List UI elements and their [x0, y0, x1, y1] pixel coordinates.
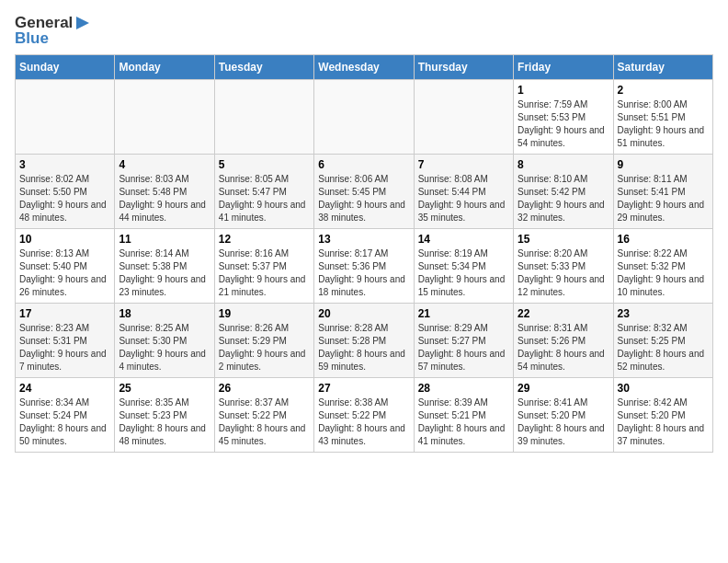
- calendar-week-3: 10Sunrise: 8:13 AM Sunset: 5:40 PM Dayli…: [16, 229, 713, 304]
- day-number: 17: [19, 307, 110, 320]
- calendar: SundayMondayTuesdayWednesdayThursdayFrid…: [15, 54, 713, 453]
- calendar-cell: 12Sunrise: 8:16 AM Sunset: 5:37 PM Dayli…: [214, 229, 313, 304]
- calendar-cell: [414, 80, 513, 155]
- day-number: 21: [418, 307, 509, 320]
- day-detail: Sunrise: 8:29 AM Sunset: 5:27 PM Dayligh…: [418, 322, 509, 373]
- day-number: 9: [618, 158, 709, 171]
- calendar-cell: 21Sunrise: 8:29 AM Sunset: 5:27 PM Dayli…: [414, 304, 513, 378]
- calendar-cell: [314, 80, 414, 155]
- calendar-cell: 13Sunrise: 8:17 AM Sunset: 5:36 PM Dayli…: [314, 229, 414, 304]
- day-detail: Sunrise: 8:37 AM Sunset: 5:22 PM Dayligh…: [219, 396, 310, 448]
- day-number: 10: [19, 233, 110, 246]
- day-detail: Sunrise: 8:17 AM Sunset: 5:36 PM Dayligh…: [318, 247, 409, 299]
- logo-blue: Blue: [15, 30, 91, 48]
- calendar-cell: 27Sunrise: 8:38 AM Sunset: 5:22 PM Dayli…: [314, 378, 414, 453]
- day-number: 14: [418, 233, 509, 246]
- calendar-cell: 14Sunrise: 8:19 AM Sunset: 5:34 PM Dayli…: [414, 229, 513, 304]
- col-header-saturday: Saturday: [613, 55, 712, 80]
- col-header-sunday: Sunday: [16, 55, 115, 80]
- col-header-tuesday: Tuesday: [214, 55, 313, 80]
- calendar-cell: 18Sunrise: 8:25 AM Sunset: 5:30 PM Dayli…: [115, 304, 214, 378]
- calendar-cell: 6Sunrise: 8:06 AM Sunset: 5:45 PM Daylig…: [314, 155, 414, 229]
- day-number: 18: [119, 307, 210, 320]
- day-number: 22: [518, 307, 609, 320]
- day-detail: Sunrise: 8:05 AM Sunset: 5:47 PM Dayligh…: [219, 173, 310, 224]
- day-detail: Sunrise: 8:03 AM Sunset: 5:48 PM Dayligh…: [119, 173, 210, 224]
- calendar-cell: 15Sunrise: 8:20 AM Sunset: 5:33 PM Dayli…: [514, 229, 613, 304]
- calendar-cell: 19Sunrise: 8:26 AM Sunset: 5:29 PM Dayli…: [214, 304, 313, 378]
- calendar-cell: 20Sunrise: 8:28 AM Sunset: 5:28 PM Dayli…: [314, 304, 414, 378]
- calendar-cell: 24Sunrise: 8:34 AM Sunset: 5:24 PM Dayli…: [16, 378, 115, 453]
- day-detail: Sunrise: 8:13 AM Sunset: 5:40 PM Dayligh…: [19, 247, 110, 299]
- calendar-week-5: 24Sunrise: 8:34 AM Sunset: 5:24 PM Dayli…: [16, 378, 713, 453]
- day-number: 30: [618, 382, 709, 395]
- day-detail: Sunrise: 8:34 AM Sunset: 5:24 PM Dayligh…: [19, 396, 110, 448]
- day-number: 24: [19, 382, 110, 395]
- day-detail: Sunrise: 8:32 AM Sunset: 5:25 PM Dayligh…: [618, 322, 709, 373]
- day-number: 3: [19, 158, 110, 171]
- calendar-cell: 26Sunrise: 8:37 AM Sunset: 5:22 PM Dayli…: [214, 378, 313, 453]
- calendar-cell: 17Sunrise: 8:23 AM Sunset: 5:31 PM Dayli…: [16, 304, 115, 378]
- day-number: 15: [518, 233, 609, 246]
- day-number: 4: [119, 158, 210, 171]
- calendar-cell: 28Sunrise: 8:39 AM Sunset: 5:21 PM Dayli…: [414, 378, 513, 453]
- day-detail: Sunrise: 8:31 AM Sunset: 5:26 PM Dayligh…: [518, 322, 609, 373]
- col-header-friday: Friday: [514, 55, 613, 80]
- calendar-cell: 1Sunrise: 7:59 AM Sunset: 5:53 PM Daylig…: [514, 80, 613, 155]
- day-number: 1: [518, 84, 609, 97]
- day-number: 20: [318, 307, 409, 320]
- day-number: 12: [219, 233, 310, 246]
- day-number: 5: [219, 158, 310, 171]
- day-detail: Sunrise: 8:02 AM Sunset: 5:50 PM Dayligh…: [19, 173, 110, 224]
- day-number: 26: [219, 382, 310, 395]
- day-number: 28: [418, 382, 509, 395]
- day-detail: Sunrise: 8:35 AM Sunset: 5:23 PM Dayligh…: [119, 396, 210, 448]
- day-number: 29: [518, 382, 609, 395]
- day-detail: Sunrise: 8:00 AM Sunset: 5:51 PM Dayligh…: [618, 98, 709, 150]
- calendar-cell: [214, 80, 313, 155]
- logo-block: General Blue: [15, 15, 91, 47]
- day-detail: Sunrise: 7:59 AM Sunset: 5:53 PM Dayligh…: [518, 98, 609, 150]
- col-header-thursday: Thursday: [414, 55, 513, 80]
- logo-arrow-icon: [74, 15, 91, 31]
- calendar-cell: 25Sunrise: 8:35 AM Sunset: 5:23 PM Dayli…: [115, 378, 214, 453]
- day-number: 16: [618, 233, 709, 246]
- day-number: 11: [119, 233, 210, 246]
- day-number: 7: [418, 158, 509, 171]
- day-detail: Sunrise: 8:41 AM Sunset: 5:20 PM Dayligh…: [518, 396, 609, 448]
- day-detail: Sunrise: 8:39 AM Sunset: 5:21 PM Dayligh…: [418, 396, 509, 448]
- calendar-cell: 4Sunrise: 8:03 AM Sunset: 5:48 PM Daylig…: [115, 155, 214, 229]
- calendar-week-2: 3Sunrise: 8:02 AM Sunset: 5:50 PM Daylig…: [16, 155, 713, 229]
- day-number: 27: [318, 382, 409, 395]
- day-detail: Sunrise: 8:06 AM Sunset: 5:45 PM Dayligh…: [318, 173, 409, 224]
- day-number: 8: [518, 158, 609, 171]
- day-detail: Sunrise: 8:14 AM Sunset: 5:38 PM Dayligh…: [119, 247, 210, 299]
- calendar-cell: [115, 80, 214, 155]
- calendar-cell: 9Sunrise: 8:11 AM Sunset: 5:41 PM Daylig…: [613, 155, 712, 229]
- day-detail: Sunrise: 8:42 AM Sunset: 5:20 PM Dayligh…: [618, 396, 709, 448]
- col-header-monday: Monday: [115, 55, 214, 80]
- day-number: 23: [618, 307, 709, 320]
- calendar-cell: 30Sunrise: 8:42 AM Sunset: 5:20 PM Dayli…: [613, 378, 712, 453]
- day-number: 25: [119, 382, 210, 395]
- calendar-cell: 29Sunrise: 8:41 AM Sunset: 5:20 PM Dayli…: [514, 378, 613, 453]
- day-number: 2: [618, 84, 709, 97]
- day-detail: Sunrise: 8:38 AM Sunset: 5:22 PM Dayligh…: [318, 396, 409, 448]
- col-header-wednesday: Wednesday: [314, 55, 414, 80]
- day-detail: Sunrise: 8:26 AM Sunset: 5:29 PM Dayligh…: [219, 322, 310, 373]
- day-detail: Sunrise: 8:25 AM Sunset: 5:30 PM Dayligh…: [119, 322, 210, 373]
- day-detail: Sunrise: 8:08 AM Sunset: 5:44 PM Dayligh…: [418, 173, 509, 224]
- day-detail: Sunrise: 8:16 AM Sunset: 5:37 PM Dayligh…: [219, 247, 310, 299]
- day-detail: Sunrise: 8:10 AM Sunset: 5:42 PM Dayligh…: [518, 173, 609, 224]
- calendar-week-4: 17Sunrise: 8:23 AM Sunset: 5:31 PM Dayli…: [16, 304, 713, 378]
- calendar-header-row: SundayMondayTuesdayWednesdayThursdayFrid…: [16, 55, 713, 80]
- calendar-cell: 2Sunrise: 8:00 AM Sunset: 5:51 PM Daylig…: [613, 80, 712, 155]
- calendar-cell: 10Sunrise: 8:13 AM Sunset: 5:40 PM Dayli…: [16, 229, 115, 304]
- day-detail: Sunrise: 8:19 AM Sunset: 5:34 PM Dayligh…: [418, 247, 509, 299]
- calendar-week-1: 1Sunrise: 7:59 AM Sunset: 5:53 PM Daylig…: [16, 80, 713, 155]
- day-number: 19: [219, 307, 310, 320]
- header: General Blue: [15, 15, 713, 47]
- day-detail: Sunrise: 8:22 AM Sunset: 5:32 PM Dayligh…: [618, 247, 709, 299]
- day-detail: Sunrise: 8:11 AM Sunset: 5:41 PM Dayligh…: [618, 173, 709, 224]
- calendar-cell: 11Sunrise: 8:14 AM Sunset: 5:38 PM Dayli…: [115, 229, 214, 304]
